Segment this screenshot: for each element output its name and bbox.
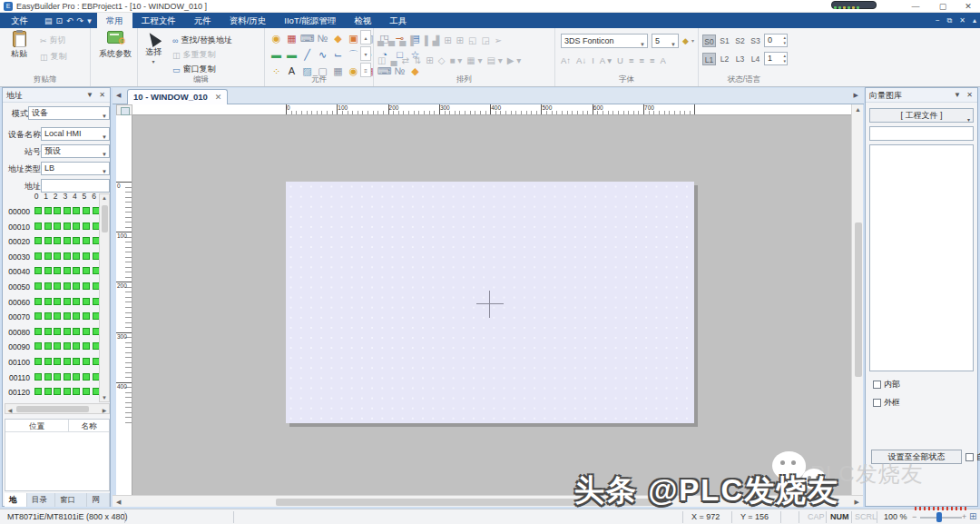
- state-button-S3[interactable]: S3: [749, 35, 762, 47]
- zoom-in-button[interactable]: +: [962, 512, 966, 521]
- scroll-up-icon[interactable]: ▲: [100, 195, 109, 201]
- panel-dropdown-icon[interactable]: ▼: [86, 88, 93, 103]
- arrange-icon-row1-5[interactable]: ▟: [432, 35, 439, 45]
- bit-led[interactable]: [34, 252, 42, 260]
- arrange-icon-row1-0[interactable]: ▄: [377, 35, 384, 45]
- bit-led[interactable]: [64, 252, 71, 260]
- address-grid-vscrollbar[interactable]: ▲ ▼: [99, 193, 110, 402]
- element-scroll-1[interactable]: ▾: [360, 46, 371, 61]
- paste-button[interactable]: 粘贴: [4, 31, 34, 60]
- bit-led[interactable]: [54, 312, 61, 320]
- panel-close-icon[interactable]: ✕: [966, 88, 973, 103]
- element-icon-4[interactable]: ◆: [330, 30, 346, 46]
- arrange-icon-row1-7[interactable]: ⊞: [456, 35, 464, 45]
- arrange-icon-row1-10[interactable]: ➢: [495, 35, 502, 45]
- ribbon-tab-资料/历史[interactable]: 资料/历史: [220, 13, 276, 28]
- ribbon-tab-工程文件[interactable]: 工程文件: [132, 13, 185, 28]
- address-row-00040[interactable]: 00040: [5, 264, 103, 279]
- address-row-00060[interactable]: 00060: [5, 295, 103, 310]
- scroll-up-icon[interactable]: ▲: [855, 106, 861, 113]
- doc-control-0[interactable]: −: [936, 16, 940, 25]
- arrange-icon-row1-8[interactable]: ◱: [468, 35, 476, 45]
- bit-led[interactable]: [54, 252, 61, 260]
- bit-led[interactable]: [73, 237, 80, 244]
- arrange-icon-row1-6[interactable]: ⊞: [444, 35, 451, 45]
- redo-icon[interactable]: ↷: [77, 16, 84, 25]
- address-row-00080[interactable]: 00080: [5, 325, 103, 340]
- field-select[interactable]: 设备▼: [28, 106, 110, 120]
- address-input[interactable]: [41, 179, 110, 193]
- panel-dropdown-icon[interactable]: ▼: [954, 88, 961, 103]
- close-button[interactable]: ✕: [956, 0, 980, 13]
- inner-checkbox[interactable]: 内部: [873, 379, 900, 391]
- bit-led[interactable]: [44, 222, 52, 230]
- bit-led[interactable]: [54, 222, 61, 230]
- bit-led[interactable]: [83, 267, 90, 274]
- bit-led[interactable]: [64, 207, 71, 214]
- bit-led[interactable]: [34, 312, 42, 320]
- arrange-icon-row2-6[interactable]: ■ ▾: [449, 55, 462, 65]
- bit-led[interactable]: [83, 388, 90, 395]
- address-row-00100[interactable]: 00100: [5, 355, 103, 370]
- bit-led[interactable]: [44, 328, 52, 335]
- bit-led[interactable]: [44, 298, 52, 305]
- arrange-icon-row2-4[interactable]: ⊞: [426, 55, 433, 65]
- arrange-icon-row2-3[interactable]: ⇅: [414, 55, 421, 65]
- bit-led[interactable]: [73, 388, 80, 395]
- tab-scroll-right-icon[interactable]: ▶: [854, 92, 858, 99]
- address-row-00110[interactable]: 00110: [5, 371, 103, 385]
- bit-led[interactable]: [64, 312, 71, 320]
- bit-led[interactable]: [83, 328, 90, 335]
- ribbon-tab-工具[interactable]: 工具: [380, 13, 416, 28]
- font-style-icon-0[interactable]: A↑: [561, 55, 571, 65]
- scroll-right-icon[interactable]: ▶: [102, 407, 107, 413]
- bit-led[interactable]: [64, 358, 71, 365]
- element-icon-1[interactable]: ▦: [284, 30, 299, 46]
- panel-close-icon[interactable]: ✕: [99, 88, 105, 103]
- bit-led[interactable]: [73, 328, 80, 335]
- fit-screen-icon[interactable]: ⊞: [969, 512, 978, 521]
- ribbon-tab-IIoT/能源管理[interactable]: IIoT/能源管理: [275, 13, 345, 28]
- bit-led[interactable]: [83, 252, 90, 260]
- bit-led[interactable]: [34, 282, 42, 290]
- arrange-icon-row2-7[interactable]: ▦ ▾: [466, 55, 482, 65]
- minimize-button[interactable]: —: [904, 0, 927, 13]
- bit-led[interactable]: [73, 342, 80, 350]
- element-icon-15[interactable]: ⌒: [346, 46, 361, 63]
- bit-led[interactable]: [64, 237, 71, 244]
- font-style-icon-5[interactable]: ≡: [629, 55, 634, 65]
- state-button-S1[interactable]: S1: [718, 35, 731, 47]
- left-tab-地址[interactable]: 地址: [5, 493, 27, 507]
- cut-button[interactable]: ✂剪切: [40, 34, 66, 47]
- arrange-icon-row1-2[interactable]: ▄: [399, 35, 406, 45]
- scroll-down-icon[interactable]: ▼: [100, 395, 109, 400]
- bit-led[interactable]: [44, 373, 52, 381]
- state-spinner[interactable]: 0: [764, 34, 788, 47]
- window-icon[interactable]: ⊡: [56, 16, 64, 25]
- address-row-00120[interactable]: 00120: [5, 385, 103, 400]
- bit-led[interactable]: [34, 328, 42, 335]
- element-icon-11[interactable]: ▬: [284, 46, 299, 63]
- bit-led[interactable]: [44, 282, 52, 290]
- bit-led[interactable]: [44, 237, 52, 244]
- bit-led[interactable]: [64, 267, 71, 274]
- scroll-right-icon[interactable]: ▶: [855, 499, 859, 506]
- font-style-icon-4[interactable]: U: [617, 55, 623, 65]
- field-select[interactable]: LB▼: [41, 162, 110, 175]
- bit-led[interactable]: [54, 237, 61, 244]
- font-style-icon-3[interactable]: A ▾: [600, 55, 612, 65]
- bit-led[interactable]: [83, 298, 90, 305]
- bit-led[interactable]: [73, 282, 80, 290]
- column-header-position[interactable]: 位置: [5, 420, 69, 431]
- bit-led[interactable]: [73, 358, 80, 365]
- font-style-icon-8[interactable]: A: [661, 55, 666, 65]
- column-header-name[interactable]: 名称: [69, 420, 109, 431]
- font-style-icon-1[interactable]: A↓: [576, 55, 586, 65]
- arrange-icon-row2-9[interactable]: ▶ ▾: [507, 55, 522, 65]
- state-button-S0[interactable]: S0: [702, 35, 716, 47]
- language-button-L3[interactable]: L3: [733, 53, 747, 65]
- bit-led[interactable]: [83, 358, 90, 365]
- bit-led[interactable]: [83, 207, 90, 214]
- bit-led[interactable]: [64, 298, 71, 305]
- element-icon-13[interactable]: ∿: [315, 46, 330, 63]
